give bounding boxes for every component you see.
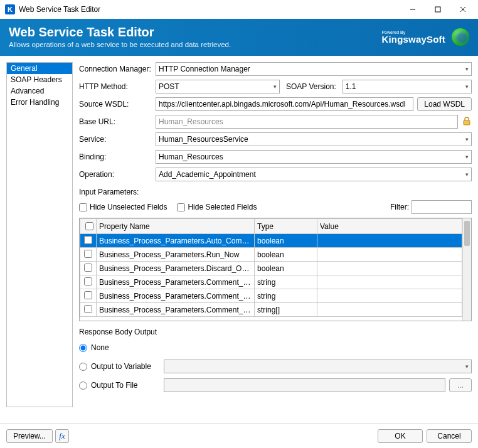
banner-subtitle: Allows operations of a web service to be… (9, 41, 381, 48)
browse-file-button[interactable]: ... (449, 378, 472, 392)
table-row[interactable]: Business_Process_Parameters.Run_Now bool… (80, 248, 462, 262)
app-icon: K (5, 4, 15, 14)
scrollbar-thumb[interactable] (464, 221, 470, 246)
response-none-radio[interactable] (79, 344, 87, 352)
minimize-icon (410, 6, 416, 13)
source-wsdl-input[interactable]: https://clientcenter.api.bingads.microso… (156, 97, 413, 111)
table-row[interactable]: Business_Process_Parameters.Comment_Dat.… (80, 289, 462, 303)
close-button[interactable] (450, 1, 475, 18)
connection-manager-label: Connection Manager: (79, 65, 152, 73)
cancel-button[interactable]: Cancel (427, 429, 472, 443)
chevron-down-icon: ▾ (465, 83, 469, 90)
header-type[interactable]: Type (255, 219, 317, 234)
sidebar-item-error-handling[interactable]: Error Handling (7, 97, 72, 108)
response-variable-combo[interactable]: ▾ (164, 360, 472, 373)
maximize-button[interactable] (425, 1, 450, 18)
row-checkbox[interactable] (84, 305, 92, 313)
svg-rect-1 (435, 7, 440, 12)
table-scrollbar[interactable] (462, 218, 471, 321)
row-type: boolean (255, 248, 317, 262)
row-checkbox[interactable] (84, 277, 92, 285)
row-checkbox[interactable] (84, 250, 92, 258)
select-all-checkbox[interactable] (85, 222, 93, 230)
row-property-name: Business_Process_Parameters.Auto_Complet… (97, 234, 255, 248)
chevron-down-icon: ▾ (465, 363, 469, 370)
row-type: boolean (255, 234, 317, 248)
table-row[interactable]: Business_Process_Parameters.Discard_On_E… (80, 262, 462, 275)
svg-rect-4 (464, 120, 470, 125)
row-value[interactable] (317, 234, 462, 248)
titlebar: K Web Service Task Editor (0, 0, 478, 19)
row-property-name: Business_Process_Parameters.Run_Now (97, 248, 255, 262)
lock-icon[interactable] (462, 116, 472, 128)
binding-combo[interactable]: Human_Resources ▾ (156, 150, 472, 164)
load-wsdl-button[interactable]: Load WSDL (417, 97, 472, 111)
kingswaysoft-logo: Powered By KingswaySoft (381, 30, 445, 44)
filter-input[interactable] (412, 200, 472, 214)
form-area: Connection Manager: HTTP Connection Mana… (79, 62, 472, 407)
header-value[interactable]: Value (317, 219, 462, 234)
globe-icon (452, 28, 469, 46)
ok-button[interactable]: OK (378, 429, 423, 443)
row-type: string (255, 289, 317, 303)
input-parameters-label: Input Parameters: (79, 188, 472, 196)
row-value[interactable] (317, 248, 462, 262)
row-value[interactable] (317, 303, 462, 317)
row-property-name: Business_Process_Parameters.Comment_Dat.… (97, 303, 255, 317)
http-method-value: POST (159, 82, 179, 91)
base-url-input[interactable]: Human_Resources (156, 115, 458, 129)
brand-name: KingswaySoft (381, 35, 445, 44)
response-file-label: Output To File (91, 381, 160, 390)
connection-manager-value: HTTP Connection Manager (159, 65, 250, 73)
response-file-radio[interactable] (79, 381, 87, 390)
row-value[interactable] (317, 262, 462, 275)
table-row[interactable]: Business_Process_Parameters.Comment_Dat.… (80, 303, 462, 317)
operation-value: Add_Academic_Appointment (159, 170, 256, 179)
soap-version-label: SOAP Version: (284, 82, 339, 91)
row-checkbox[interactable] (84, 291, 92, 299)
banner-heading: Web Service Task Editor (9, 25, 381, 40)
parameters-table: Property Name Type Value Business_Proces… (79, 218, 472, 321)
soap-version-combo[interactable]: 1.1 ▾ (343, 80, 472, 93)
response-variable-radio[interactable] (79, 363, 87, 371)
binding-value: Human_Resources (159, 152, 223, 161)
source-wsdl-value: https://clientcenter.api.bingads.microso… (159, 100, 406, 109)
chevron-down-icon: ▾ (465, 66, 469, 72)
operation-label: Operation: (79, 170, 152, 179)
table-row[interactable]: Business_Process_Parameters.Auto_Complet… (80, 234, 462, 248)
filter-label: Filter: (390, 203, 409, 211)
table-row[interactable]: Business_Process_Parameters.Comment_Dat.… (80, 275, 462, 289)
table-header-row: Property Name Type Value (80, 219, 462, 234)
row-property-name: Business_Process_Parameters.Discard_On_E… (97, 262, 255, 275)
hide-selected-checkbox[interactable]: Hide Selected Fields (177, 203, 257, 211)
maximize-icon (435, 6, 441, 13)
connection-manager-combo[interactable]: HTTP Connection Manager ▾ (156, 62, 472, 76)
chevron-down-icon: ▾ (274, 83, 277, 90)
hide-selected-label: Hide Selected Fields (188, 203, 257, 211)
response-file-input[interactable] (164, 378, 445, 392)
hide-unselected-checkbox[interactable]: Hide Unselected Fields (79, 203, 167, 211)
base-url-label: Base URL: (79, 117, 152, 126)
operation-combo[interactable]: Add_Academic_Appointment ▾ (156, 168, 472, 181)
header-property-name[interactable]: Property Name (97, 219, 255, 234)
preview-button[interactable]: Preview... (6, 429, 53, 443)
row-value[interactable] (317, 275, 462, 289)
window-title: Web Service Task Editor (19, 5, 400, 14)
sidebar-item-soap-headers[interactable]: SOAP Headers (7, 74, 72, 85)
sidebar: General SOAP Headers Advanced Error Hand… (6, 62, 73, 407)
expression-button[interactable]: fx (55, 429, 69, 443)
soap-version-value: 1.1 (346, 82, 356, 91)
row-property-name: Business_Process_Parameters.Comment_Dat.… (97, 289, 255, 303)
http-method-combo[interactable]: POST ▾ (156, 80, 280, 93)
row-type: string[] (255, 303, 317, 317)
sidebar-item-general[interactable]: General (7, 63, 72, 74)
sidebar-item-advanced[interactable]: Advanced (7, 85, 72, 97)
service-combo[interactable]: Human_ResourcesService ▾ (156, 132, 472, 146)
row-value[interactable] (317, 289, 462, 303)
minimize-button[interactable] (400, 1, 425, 18)
response-none-label: None (91, 343, 160, 352)
row-checkbox[interactable] (84, 264, 92, 272)
banner: Web Service Task Editor Allows operation… (0, 19, 478, 56)
row-property-name: Business_Process_Parameters.Comment_Dat.… (97, 275, 255, 289)
row-checkbox[interactable] (84, 236, 92, 244)
